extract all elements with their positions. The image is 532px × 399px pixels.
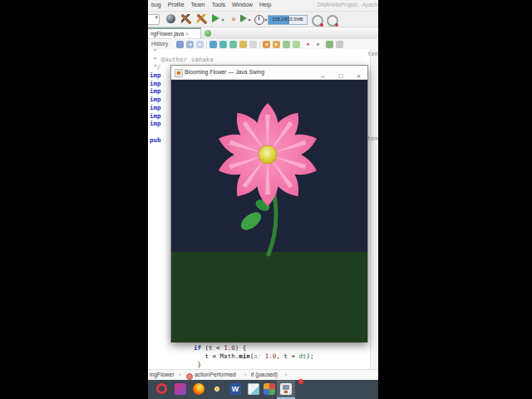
find-next-icon[interactable] — [219, 41, 227, 48]
code-line: if (t < 1.0) { — [194, 344, 314, 352]
uncomment-icon[interactable] — [293, 41, 300, 48]
breadcrumb-method[interactable]: actionPerformed — [195, 372, 236, 377]
tab-close-icon[interactable]: × — [185, 31, 189, 37]
error-stripe[interactable] — [370, 49, 378, 369]
build-hammer-icon[interactable] — [181, 14, 191, 24]
code-line: t = Math.min(a: 1.0, t + dt); — [194, 352, 314, 361]
debug-dropdown-icon[interactable]: ▾ — [247, 17, 252, 22]
shift-right-icon[interactable]: ▸ — [273, 41, 280, 48]
flower-canvas — [171, 80, 367, 342]
store-icon[interactable] — [264, 383, 275, 395]
word-icon[interactable]: W — [229, 383, 241, 395]
letterbox-left — [0, 0, 148, 399]
notes-icon[interactable] — [248, 383, 259, 395]
breadcrumb-class[interactable]: ingFlower — [150, 372, 174, 377]
memory-meter-label: 328.2/815.5MB — [268, 17, 307, 22]
opera-icon[interactable] — [156, 383, 167, 394]
swing-window-title: Blooming Flower — Java Swing — [185, 69, 264, 75]
record-macro-icon[interactable]: ● — [304, 41, 312, 48]
rerun-icon[interactable]: » — [229, 14, 239, 24]
memory-meter[interactable]: 328.2/815.5MB — [268, 15, 308, 25]
insert-code-icon[interactable] — [326, 41, 333, 48]
file-run-status-icon — [204, 30, 211, 37]
debug-icon[interactable] — [240, 14, 247, 22]
chevron-icon: › — [244, 372, 246, 377]
breadcrumb-block[interactable]: if (paused) — [251, 372, 278, 377]
shift-left-icon[interactable]: ◂ — [263, 41, 270, 48]
menu-item[interactable]: bug — [148, 0, 165, 7]
garbage-collect-icon[interactable] — [312, 15, 323, 27]
comment-icon[interactable] — [283, 41, 290, 48]
taskbar: W — [148, 380, 378, 399]
code-right-fragment-top: tene — [367, 51, 378, 57]
ground — [171, 252, 367, 342]
run-icon[interactable] — [212, 14, 219, 22]
code-line: * @author sanaka — [150, 56, 214, 64]
menu-item[interactable]: Window — [229, 0, 256, 7]
stop-macro-icon[interactable]: ■ — [314, 41, 322, 48]
screenshot-stage: bugProfileTeamToolsWindowHelp DNAHelixPr… — [0, 0, 532, 399]
menu-item[interactable]: Team — [188, 0, 209, 7]
code-bottom-fragment: if (t < 1.0) { t = Math.min(a: 1.0, t + … — [194, 344, 314, 369]
ide-screen: bugProfileTeamToolsWindowHelp DNAHelixPr… — [148, 0, 378, 399]
menu-bar: bugProfileTeamToolsWindowHelp DNAHelixPr… — [148, 0, 378, 12]
chevron-icon: › — [179, 372, 180, 377]
flower-center — [259, 145, 277, 164]
code-right-fragment-bottom: tene — [367, 135, 378, 142]
select-in-projects-icon[interactable] — [249, 41, 257, 48]
configuration-combo[interactable] — [148, 14, 160, 25]
deploy-globe-icon[interactable] — [166, 14, 175, 23]
swing-window[interactable]: Blooming Flower — Java Swing – □ × — [170, 65, 368, 342]
toggle-highlight-icon[interactable] — [239, 41, 247, 48]
garbage-collect-profile-icon[interactable] — [327, 15, 338, 27]
ide-window-title: DNAHelixProject - Apach — [318, 2, 377, 7]
toolbar-separator — [259, 41, 260, 48]
swing-title-bar[interactable]: Blooming Flower — Java Swing – □ × — [171, 66, 367, 80]
java-cup-icon — [175, 69, 183, 77]
history-label[interactable]: History — [151, 41, 168, 47]
mail-app-icon[interactable] — [175, 383, 186, 395]
menu-items[interactable]: bugProfileTeamToolsWindowHelp — [148, 2, 274, 7]
editor-tab-bar: ngFlower.java× — [148, 27, 378, 40]
code-line: * — [150, 47, 214, 56]
code-line: } — [194, 361, 314, 369]
tab-bloomingflower-java[interactable]: ngFlower.java× — [148, 27, 201, 38]
menu-item[interactable]: Profile — [165, 0, 188, 7]
find-previous-icon[interactable] — [229, 41, 237, 48]
chevron-icon: › — [285, 372, 287, 377]
run-dropdown-icon[interactable]: ▾ — [220, 17, 225, 22]
firefox-icon[interactable] — [193, 383, 204, 395]
menu-item[interactable]: Help — [256, 0, 274, 7]
method-icon — [186, 373, 193, 380]
tab-label: ngFlower.java — [150, 31, 184, 37]
netbeans-app-icon[interactable] — [280, 383, 292, 395]
misc-editor-icon[interactable] — [336, 41, 343, 48]
clean-build-icon[interactable] — [197, 14, 207, 24]
main-toolbar: ▾ » ▾ ▾ 328.2/815.5MB — [148, 12, 378, 27]
letterbox-right — [378, 0, 532, 399]
menu-item[interactable]: Tools — [209, 0, 229, 7]
